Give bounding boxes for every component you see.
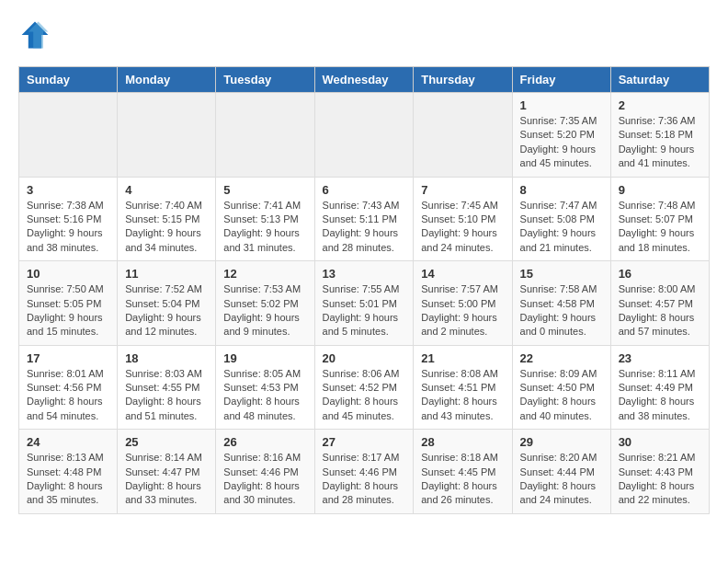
calendar-cell: 8Sunrise: 7:47 AM Sunset: 5:08 PM Daylig…: [512, 177, 610, 261]
calendar-cell: [414, 93, 512, 178]
calendar-week-row: 1Sunrise: 7:35 AM Sunset: 5:20 PM Daylig…: [19, 93, 710, 178]
calendar-cell: 11Sunrise: 7:52 AM Sunset: 5:04 PM Dayli…: [118, 261, 216, 346]
calendar-cell: 12Sunrise: 7:53 AM Sunset: 5:02 PM Dayli…: [216, 261, 314, 346]
day-info: Sunrise: 7:47 AM Sunset: 5:08 PM Dayligh…: [520, 199, 603, 256]
day-number: 14: [421, 267, 504, 281]
day-number: 3: [27, 183, 109, 197]
day-info: Sunrise: 7:35 AM Sunset: 5:20 PM Dayligh…: [520, 114, 603, 171]
day-info: Sunrise: 7:50 AM Sunset: 5:05 PM Dayligh…: [27, 282, 109, 339]
calendar-cell: 28Sunrise: 8:18 AM Sunset: 4:45 PM Dayli…: [414, 430, 512, 514]
day-number: 24: [27, 435, 109, 449]
calendar-cell: 30Sunrise: 8:21 AM Sunset: 4:43 PM Dayli…: [610, 430, 709, 514]
day-number: 19: [223, 351, 306, 365]
calendar-cell: 13Sunrise: 7:55 AM Sunset: 5:01 PM Dayli…: [314, 261, 414, 346]
day-info: Sunrise: 7:58 AM Sunset: 4:58 PM Dayligh…: [520, 282, 603, 339]
calendar-header-row: SundayMondayTuesdayWednesdayThursdayFrid…: [19, 67, 710, 93]
calendar-cell: 27Sunrise: 8:17 AM Sunset: 4:46 PM Dayli…: [314, 430, 414, 514]
page-header: [18, 18, 710, 52]
day-number: 13: [323, 267, 406, 281]
day-number: 11: [125, 267, 208, 281]
logo-icon: [18, 18, 51, 52]
calendar-week-row: 10Sunrise: 7:50 AM Sunset: 5:05 PM Dayli…: [19, 261, 710, 346]
calendar-day-header: Saturday: [610, 67, 709, 93]
calendar-cell: 23Sunrise: 8:11 AM Sunset: 4:49 PM Dayli…: [610, 345, 709, 430]
calendar-cell: 10Sunrise: 7:50 AM Sunset: 5:05 PM Dayli…: [19, 261, 118, 346]
day-number: 20: [323, 351, 406, 365]
calendar-day-header: Monday: [118, 67, 216, 93]
day-number: 30: [619, 435, 701, 449]
calendar-day-header: Tuesday: [216, 67, 314, 93]
day-number: 5: [223, 183, 306, 197]
day-number: 25: [125, 435, 208, 449]
day-number: 9: [619, 183, 701, 197]
day-number: 18: [125, 351, 208, 365]
day-number: 1: [520, 98, 603, 112]
calendar-week-row: 17Sunrise: 8:01 AM Sunset: 4:56 PM Dayli…: [19, 345, 710, 430]
day-info: Sunrise: 7:43 AM Sunset: 5:11 PM Dayligh…: [323, 199, 406, 256]
day-info: Sunrise: 8:11 AM Sunset: 4:49 PM Dayligh…: [619, 367, 701, 424]
day-info: Sunrise: 7:52 AM Sunset: 5:04 PM Dayligh…: [125, 282, 208, 339]
calendar-cell: 21Sunrise: 8:08 AM Sunset: 4:51 PM Dayli…: [414, 345, 512, 430]
calendar-cell: 6Sunrise: 7:43 AM Sunset: 5:11 PM Daylig…: [314, 177, 414, 261]
day-number: 4: [125, 183, 208, 197]
calendar-cell: 24Sunrise: 8:13 AM Sunset: 4:48 PM Dayli…: [19, 430, 118, 514]
calendar-cell: 14Sunrise: 7:57 AM Sunset: 5:00 PM Dayli…: [414, 261, 512, 346]
calendar-table: SundayMondayTuesdayWednesdayThursdayFrid…: [18, 66, 710, 514]
day-info: Sunrise: 8:13 AM Sunset: 4:48 PM Dayligh…: [27, 451, 109, 508]
day-number: 17: [27, 351, 109, 365]
day-number: 23: [619, 351, 701, 365]
day-info: Sunrise: 7:36 AM Sunset: 5:18 PM Dayligh…: [619, 114, 701, 171]
day-info: Sunrise: 8:14 AM Sunset: 4:47 PM Dayligh…: [125, 451, 208, 508]
calendar-week-row: 24Sunrise: 8:13 AM Sunset: 4:48 PM Dayli…: [19, 430, 710, 514]
calendar-cell: 25Sunrise: 8:14 AM Sunset: 4:47 PM Dayli…: [118, 430, 216, 514]
day-number: 21: [421, 351, 504, 365]
calendar-cell: 20Sunrise: 8:06 AM Sunset: 4:52 PM Dayli…: [314, 345, 414, 430]
day-number: 28: [421, 435, 504, 449]
calendar-cell: 5Sunrise: 7:41 AM Sunset: 5:13 PM Daylig…: [216, 177, 314, 261]
day-info: Sunrise: 8:09 AM Sunset: 4:50 PM Dayligh…: [520, 367, 603, 424]
day-number: 15: [520, 267, 603, 281]
calendar-cell: 19Sunrise: 8:05 AM Sunset: 4:53 PM Dayli…: [216, 345, 314, 430]
day-number: 26: [223, 435, 306, 449]
day-info: Sunrise: 8:05 AM Sunset: 4:53 PM Dayligh…: [223, 367, 306, 424]
day-number: 10: [27, 267, 109, 281]
calendar-cell: 18Sunrise: 8:03 AM Sunset: 4:55 PM Dayli…: [118, 345, 216, 430]
logo: [18, 18, 55, 52]
calendar-cell: 22Sunrise: 8:09 AM Sunset: 4:50 PM Dayli…: [512, 345, 610, 430]
day-number: 7: [421, 183, 504, 197]
day-info: Sunrise: 7:55 AM Sunset: 5:01 PM Dayligh…: [323, 282, 406, 339]
day-info: Sunrise: 7:40 AM Sunset: 5:15 PM Dayligh…: [125, 199, 208, 256]
calendar-cell: 9Sunrise: 7:48 AM Sunset: 5:07 PM Daylig…: [610, 177, 709, 261]
day-info: Sunrise: 8:01 AM Sunset: 4:56 PM Dayligh…: [27, 367, 109, 424]
day-info: Sunrise: 7:38 AM Sunset: 5:16 PM Dayligh…: [27, 199, 109, 256]
calendar-cell: 16Sunrise: 8:00 AM Sunset: 4:57 PM Dayli…: [610, 261, 709, 346]
calendar-cell: [118, 93, 216, 178]
calendar-cell: 2Sunrise: 7:36 AM Sunset: 5:18 PM Daylig…: [610, 93, 709, 178]
day-info: Sunrise: 8:00 AM Sunset: 4:57 PM Dayligh…: [619, 282, 701, 339]
calendar-cell: [314, 93, 414, 178]
calendar-week-row: 3Sunrise: 7:38 AM Sunset: 5:16 PM Daylig…: [19, 177, 710, 261]
day-number: 27: [323, 435, 406, 449]
day-info: Sunrise: 7:48 AM Sunset: 5:07 PM Dayligh…: [619, 199, 701, 256]
day-info: Sunrise: 7:53 AM Sunset: 5:02 PM Dayligh…: [223, 282, 306, 339]
day-info: Sunrise: 8:21 AM Sunset: 4:43 PM Dayligh…: [619, 451, 701, 508]
calendar-cell: 29Sunrise: 8:20 AM Sunset: 4:44 PM Dayli…: [512, 430, 610, 514]
day-number: 6: [323, 183, 406, 197]
day-info: Sunrise: 7:45 AM Sunset: 5:10 PM Dayligh…: [421, 199, 504, 256]
calendar-cell: 1Sunrise: 7:35 AM Sunset: 5:20 PM Daylig…: [512, 93, 610, 178]
calendar-cell: 17Sunrise: 8:01 AM Sunset: 4:56 PM Dayli…: [19, 345, 118, 430]
calendar-cell: 3Sunrise: 7:38 AM Sunset: 5:16 PM Daylig…: [19, 177, 118, 261]
day-number: 16: [619, 267, 701, 281]
day-info: Sunrise: 8:03 AM Sunset: 4:55 PM Dayligh…: [125, 367, 208, 424]
calendar-cell: [19, 93, 118, 178]
calendar-day-header: Friday: [512, 67, 610, 93]
calendar-cell: 15Sunrise: 7:58 AM Sunset: 4:58 PM Dayli…: [512, 261, 610, 346]
day-info: Sunrise: 8:08 AM Sunset: 4:51 PM Dayligh…: [421, 367, 504, 424]
calendar-cell: 4Sunrise: 7:40 AM Sunset: 5:15 PM Daylig…: [118, 177, 216, 261]
day-info: Sunrise: 7:57 AM Sunset: 5:00 PM Dayligh…: [421, 282, 504, 339]
day-number: 8: [520, 183, 603, 197]
calendar-day-header: Wednesday: [314, 67, 414, 93]
day-number: 2: [619, 98, 701, 112]
day-info: Sunrise: 8:20 AM Sunset: 4:44 PM Dayligh…: [520, 451, 603, 508]
day-info: Sunrise: 8:06 AM Sunset: 4:52 PM Dayligh…: [323, 367, 406, 424]
